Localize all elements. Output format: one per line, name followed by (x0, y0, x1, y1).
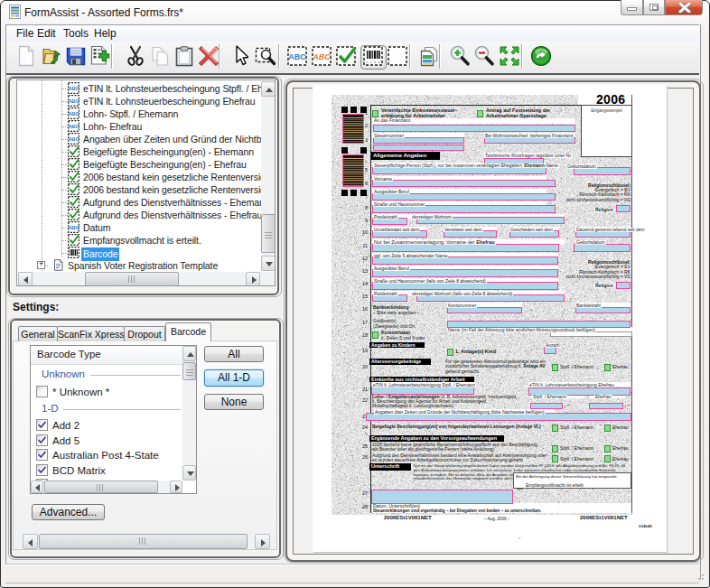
svg-text:ABC: ABC (68, 98, 79, 104)
svg-text:ABC: ABC (68, 111, 79, 117)
svg-text:ABC: ABC (68, 86, 79, 91)
svg-text:ABC: ABC (68, 225, 79, 230)
svg-text:ABC: ABC (68, 136, 79, 142)
svg-text:0 1 2 3 4 5: 0 1 2 3 4 5 (363, 61, 383, 64)
svg-text:ABC: ABC (288, 52, 306, 61)
svg-text:ABC: ABC (312, 52, 331, 61)
svg-text:ABC: ABC (68, 124, 79, 129)
